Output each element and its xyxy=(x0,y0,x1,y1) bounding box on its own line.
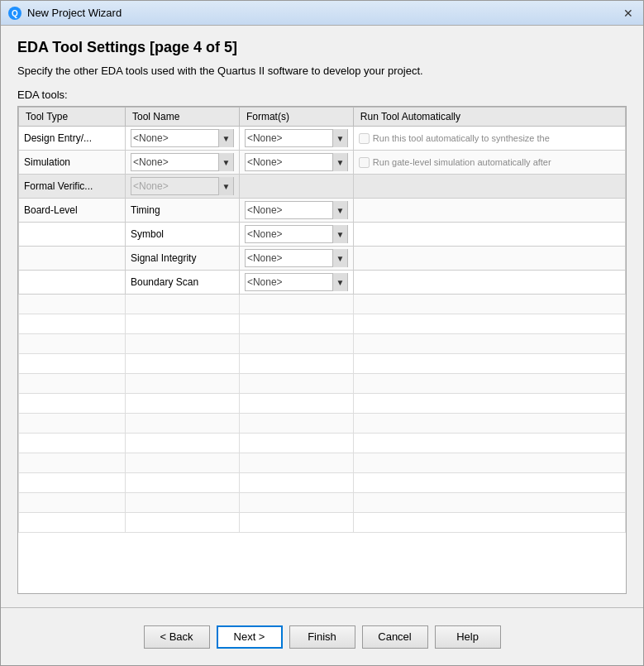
page-title: EDA Tool Settings [page 4 of 5] xyxy=(17,39,627,56)
finish-button[interactable]: Finish xyxy=(289,625,355,649)
cell-formats-1: <None> ▼ xyxy=(239,127,353,151)
empty-row xyxy=(19,513,626,533)
formats-select-6[interactable]: <None> xyxy=(246,252,332,264)
cell-tool-type-2: Simulation xyxy=(19,151,126,175)
table-row: Simulation <None> ▼ xyxy=(19,151,626,175)
table-row: Formal Verific... <None> ▼ xyxy=(19,175,626,199)
empty-row xyxy=(19,374,626,394)
empty-row xyxy=(19,354,626,374)
cell-run-auto-4 xyxy=(353,199,625,223)
cell-tool-type-3: Formal Verific... xyxy=(19,175,126,199)
close-button[interactable]: ✕ xyxy=(620,5,637,22)
next-button[interactable]: Next > xyxy=(217,625,283,649)
select-arrow-icon-3: ▼ xyxy=(218,177,233,195)
empty-row xyxy=(19,295,626,314)
empty-row xyxy=(19,414,626,434)
cell-run-auto-3 xyxy=(353,175,625,199)
tool-name-select-2[interactable]: <None> xyxy=(131,156,218,168)
tool-name-select-wrapper-1: <None> ▼ xyxy=(131,129,234,147)
select-arrow-formats-2: ▼ xyxy=(332,153,347,171)
tool-name-select-3[interactable]: <None> xyxy=(131,180,218,192)
cell-tool-name-4: Timing xyxy=(126,199,240,223)
app-icon: Q xyxy=(7,6,22,21)
main-window: Q New Project Wizard ✕ EDA Tool Settings… xyxy=(0,0,644,666)
col-tool-type: Tool Type xyxy=(19,108,126,127)
cell-run-auto-5 xyxy=(353,223,625,247)
select-arrow-formats-6: ▼ xyxy=(332,249,347,267)
cell-run-auto-7 xyxy=(353,271,625,295)
tool-name-select-wrapper-3: <None> ▼ xyxy=(131,177,234,195)
cell-formats-6: <None> ▼ xyxy=(239,247,353,271)
cell-formats-7: <None> ▼ xyxy=(239,271,353,295)
title-bar: Q New Project Wizard ✕ xyxy=(1,1,643,26)
cell-formats-2: <None> ▼ xyxy=(239,151,353,175)
cell-tool-name-2: <None> ▼ xyxy=(126,151,240,175)
select-arrow-formats-5: ▼ xyxy=(332,225,347,243)
table-row: Board-Level Timing <None> ▼ xyxy=(19,199,626,223)
formats-select-wrapper-7: <None> ▼ xyxy=(245,273,348,291)
empty-row xyxy=(19,314,626,334)
formats-select-wrapper-2: <None> ▼ xyxy=(245,153,348,171)
formats-select-wrapper-5: <None> ▼ xyxy=(245,225,348,243)
tool-name-select-1[interactable]: <None> xyxy=(131,132,218,144)
formats-select-wrapper-1: <None> ▼ xyxy=(245,129,348,147)
col-formats: Format(s) xyxy=(239,108,353,127)
cell-tool-name-3: <None> ▼ xyxy=(126,175,240,199)
cell-tool-name: <None> ▼ xyxy=(126,127,240,151)
run-auto-checkbox-2[interactable] xyxy=(359,157,370,168)
select-arrow-formats-1: ▼ xyxy=(332,129,347,147)
run-auto-checkbox-1[interactable] xyxy=(359,133,370,144)
empty-row xyxy=(19,434,626,453)
back-button[interactable]: < Back xyxy=(144,625,210,649)
run-auto-container-1: Run this tool automatically to synthesiz… xyxy=(359,133,620,144)
cell-formats-3 xyxy=(239,175,353,199)
formats-select-2[interactable]: <None> xyxy=(246,156,332,168)
eda-tools-table-container: Tool Type Tool Name Format(s) Run Tool A… xyxy=(17,106,627,594)
title-bar-label: New Project Wizard xyxy=(27,7,620,19)
content-area: EDA Tool Settings [page 4 of 5] Specify … xyxy=(1,26,643,607)
empty-row xyxy=(19,493,626,513)
footer-buttons: < Back Next > Finish Cancel Help xyxy=(1,607,643,665)
empty-row xyxy=(19,334,626,354)
cell-tool-type-4: Board-Level xyxy=(19,199,126,223)
table-header-row: Tool Type Tool Name Format(s) Run Tool A… xyxy=(19,108,626,127)
table-row: Design Entry/... <None> ▼ xyxy=(19,127,626,151)
formats-select-5[interactable]: <None> xyxy=(246,228,332,240)
table-row: Signal Integrity <None> ▼ xyxy=(19,247,626,271)
cell-run-auto-6 xyxy=(353,247,625,271)
run-auto-container-2: Run gate-level simulation automatically … xyxy=(359,157,620,168)
cell-tool-name-5: Symbol xyxy=(126,223,240,247)
cell-tool-type: Design Entry/... xyxy=(19,127,126,151)
empty-row xyxy=(19,453,626,473)
formats-select-4[interactable]: <None> xyxy=(246,204,332,216)
cell-tool-name-7: Boundary Scan xyxy=(126,271,240,295)
cell-tool-type-5 xyxy=(19,223,126,247)
cell-run-auto-2: Run gate-level simulation automatically … xyxy=(353,151,625,175)
select-arrow-icon-2: ▼ xyxy=(218,153,233,171)
select-arrow-formats-4: ▼ xyxy=(332,201,347,219)
col-run-auto: Run Tool Automatically xyxy=(353,108,625,127)
cell-tool-type-7 xyxy=(19,271,126,295)
section-label: EDA tools: xyxy=(17,89,627,101)
empty-row xyxy=(19,394,626,414)
formats-select-7[interactable]: <None> xyxy=(246,276,332,288)
formats-select-wrapper-4: <None> ▼ xyxy=(245,201,348,219)
table-row: Boundary Scan <None> ▼ xyxy=(19,271,626,295)
formats-select-1[interactable]: <None> xyxy=(246,132,332,144)
empty-row xyxy=(19,473,626,493)
cell-formats-4: <None> ▼ xyxy=(239,199,353,223)
tool-name-select-wrapper-2: <None> ▼ xyxy=(131,153,234,171)
subtitle-text: Specify the other EDA tools used with th… xyxy=(17,65,627,77)
col-tool-name: Tool Name xyxy=(126,108,240,127)
eda-tools-table: Tool Type Tool Name Format(s) Run Tool A… xyxy=(18,107,626,533)
cell-tool-type-6 xyxy=(19,247,126,271)
cancel-button[interactable]: Cancel xyxy=(362,625,428,649)
cell-run-auto-1: Run this tool automatically to synthesiz… xyxy=(353,127,625,151)
cell-formats-5: <None> ▼ xyxy=(239,223,353,247)
select-arrow-icon-1: ▼ xyxy=(218,129,233,147)
select-arrow-formats-7: ▼ xyxy=(332,273,347,291)
formats-select-wrapper-6: <None> ▼ xyxy=(245,249,348,267)
cell-tool-name-6: Signal Integrity xyxy=(126,247,240,271)
help-button[interactable]: Help xyxy=(435,625,501,649)
table-row: Symbol <None> ▼ xyxy=(19,223,626,247)
